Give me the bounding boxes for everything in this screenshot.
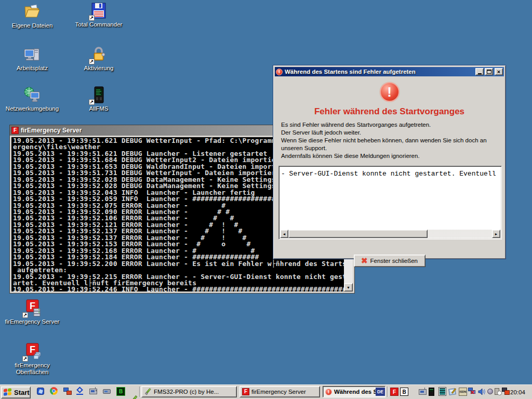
desktop-icon-label: firEmergency Server (4, 318, 61, 325)
console-window-title: firEmergency Server (21, 127, 82, 134)
desktop-icon-arbeitsplatz[interactable]: Arbeitsplatz (4, 46, 61, 72)
close-dialog-button[interactable]: ✖ Fenster schließen (354, 255, 425, 267)
desktop-icon-label: firEmergency Oberflächen (4, 362, 61, 376)
diamond-app-icon[interactable] (76, 387, 84, 395)
shortcut-arrow-icon: ↗ (89, 15, 95, 21)
desktop-icon-netzwerkumgebung[interactable]: Netzwerkumgebung (4, 86, 61, 112)
error-log-text: - Server-GUI-Dienst konnte nicht gestart… (280, 167, 500, 230)
taskbar-button-label: firEmergency Server (251, 389, 306, 395)
computer-icon (23, 46, 41, 63)
error-log-box[interactable]: - Server-GUI-Dienst konnte nicht gestart… (278, 166, 502, 240)
desktop-icon-label: Aktivierung (70, 65, 127, 72)
taskbar-button-fms32[interactable]: FMS32-PRO (c) by He... (141, 386, 237, 397)
dialog-title-text: Während des Startens sind Fehler aufgetr… (285, 69, 416, 75)
tray-network-disconnected-icon[interactable]: ✕ (468, 388, 476, 396)
start-button-label: Start (14, 389, 30, 396)
close-dialog-button-label: Fenster schließen (370, 258, 418, 264)
padlock-icon: ↗ (90, 46, 108, 63)
red-exclamation-circle-icon: ! (276, 69, 283, 75)
desktop-icon-eigene-dateien[interactable]: Eigene Dateien (4, 3, 61, 29)
close-window-button[interactable]: × (495, 68, 503, 75)
tray-isdn-icon[interactable]: ISDN (459, 388, 467, 396)
log-horizontal-scrollbar[interactable]: ◄ ► (280, 230, 500, 238)
horizontal-scrollbar-thumb[interactable] (288, 230, 428, 238)
tray-audio-device-icon[interactable] (486, 388, 495, 396)
chrome-icon[interactable] (50, 387, 59, 396)
taskbar-button-firemergency-server[interactable]: F firEmergency Server (240, 386, 320, 397)
shortcut-arrow-icon: ↗ (22, 356, 28, 362)
network-monitors-icon[interactable] (63, 387, 72, 396)
shortcut-arrow-icon: ↗ (22, 312, 28, 318)
tray-b-app-icon[interactable]: B (400, 388, 408, 396)
marker-pen-icon[interactable] (130, 395, 138, 399)
show-desktop-icon[interactable] (36, 387, 45, 396)
globe-computer-icon (23, 86, 41, 104)
radio-icon[interactable] (89, 387, 98, 396)
shortcut-arrow-icon: ↗ (89, 59, 95, 64)
taskbar-divider (139, 387, 140, 397)
desktop-icon-label: Eigene Dateien (4, 22, 61, 29)
dialog-titlebar[interactable]: ! Während des Startens sind Fehler aufge… (275, 67, 504, 76)
green-b-app-icon[interactable]: B (116, 387, 125, 396)
tray-striped-terminal-icon[interactable] (438, 388, 447, 396)
language-indicator[interactable]: DE (376, 388, 385, 396)
marker-pen-icon (144, 388, 152, 395)
tray-radio-icon[interactable] (419, 388, 427, 396)
tray-database-icon[interactable] (494, 388, 502, 396)
taskbar-button-label: FMS32-PRO (c) by He... (154, 389, 219, 395)
desktop-icon-aktivierung[interactable]: ↗ Aktivierung (70, 46, 127, 72)
dialog-heading: Fehler während des Startvorganges (275, 107, 504, 117)
firemergency-f-icon: F (242, 388, 249, 395)
windows-flag-icon (4, 388, 12, 397)
tray-network-monitors-icon[interactable] (502, 388, 510, 396)
scroll-down-button[interactable]: ▼ (344, 283, 353, 291)
tray-firemergency-icon[interactable]: F (390, 388, 398, 396)
tray-speaker-icon[interactable] (477, 388, 486, 396)
dialog-body-text: Es sind Fehler während des Startvorgange… (281, 121, 500, 160)
desktop-icon-label: Total Commander (70, 21, 127, 28)
red-f-windows-icon: F ↗ (23, 343, 41, 361)
pager-icon[interactable] (103, 387, 112, 396)
svg-text:F: F (30, 344, 35, 355)
warning-circle-icon: ! (380, 82, 400, 102)
desktop-icon-firemergency-server[interactable]: F ↗ firEmergency Server (4, 299, 61, 325)
desktop-icon-label: Arbeitsplatz (4, 65, 61, 72)
desktop-icon-total-commander[interactable]: ↗ Total Commander (70, 2, 127, 28)
black-terminal-icon: ↗ (90, 86, 108, 104)
scroll-right-button[interactable]: ► (492, 230, 500, 238)
desktop-icon-allfms[interactable]: ↗ AllFMS (70, 86, 127, 112)
desktop-icon-firemergency-oberflaechen[interactable]: F ↗ firEmergency Oberflächen (4, 343, 61, 376)
floppy-disk-icon: ↗ (90, 2, 108, 20)
desktop-icon-label: AllFMS (70, 105, 127, 112)
maximize-button[interactable] (485, 68, 493, 75)
red-exclamation-circle-icon: ! (325, 389, 332, 395)
error-dialog-window: ! Während des Startens sind Fehler aufge… (273, 65, 506, 259)
minimize-button[interactable] (475, 68, 484, 75)
red-x-icon: ✖ (361, 257, 368, 264)
desktop-icon-label: Netzwerkumgebung (4, 105, 61, 112)
start-button[interactable]: Start (1, 387, 31, 398)
scroll-left-button[interactable]: ◄ (280, 230, 288, 238)
tray-clock: 20:04 (510, 389, 525, 395)
tray-disk-pen-icon[interactable] (449, 388, 457, 396)
dialog-content: ! Fehler während des Startvorganges Es s… (275, 76, 504, 257)
firemergency-f-icon: F (11, 127, 19, 134)
open-folder-icon (23, 3, 41, 21)
tray-allfms-icon[interactable] (428, 388, 436, 396)
tray-divider (387, 387, 388, 397)
red-f-server-icon: F ↗ (23, 299, 41, 317)
shortcut-arrow-icon: ↗ (89, 99, 95, 105)
